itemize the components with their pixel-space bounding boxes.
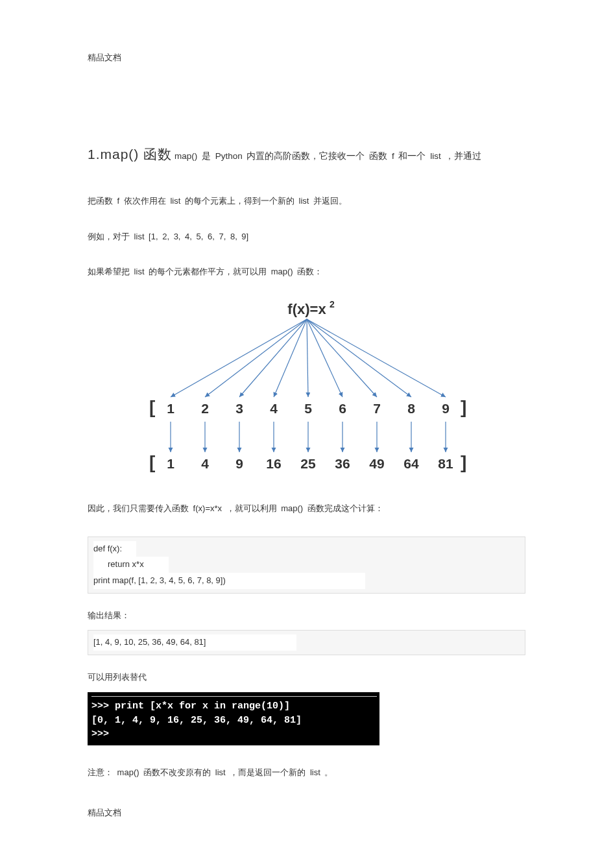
svg-line-8 [307, 319, 411, 397]
document-page: 精品文档 1.map() 函数 map() 是 Python 内置的高阶函数，它… [0, 0, 613, 868]
out-8: 64 [403, 456, 419, 471]
para-note: 注意： map() 函数不改变原有的 list ，而是返回一个新的 list 。 [88, 765, 525, 781]
para-therefore: 因此，我们只需要传入函数 f(x)=x*x ，就可以利用 map() 函数完成这… [88, 501, 525, 517]
in-1: 1 [167, 401, 174, 416]
out-3: 9 [235, 456, 243, 471]
code1-l3: print map(f, [1, 2, 3, 4, 5, 6, 7, 8, 9]… [93, 573, 365, 589]
svg-text:[: [ [149, 397, 155, 417]
in-2: 2 [201, 401, 209, 416]
svg-line-2 [205, 319, 307, 397]
out-4: 16 [266, 456, 281, 471]
svg-line-7 [307, 319, 377, 397]
in-9: 9 [442, 401, 450, 416]
term-l1: >>> print [x*x for x in range(10)] [91, 701, 290, 712]
para-listcomp: 可以用列表替代 [88, 669, 525, 686]
svg-line-1 [171, 319, 307, 397]
terminal-block: >>> print [x*x for x in range(10)] [0, 1… [88, 692, 379, 745]
out-2: 4 [201, 456, 209, 471]
out-1: 1 [167, 456, 174, 471]
in-5: 5 [304, 401, 312, 416]
code1-l1: def f(x): [93, 541, 136, 557]
code-block-1: def f(x): return x*x print map(f, [1, 2,… [88, 536, 525, 594]
in-6: 6 [339, 401, 346, 416]
code1-l2: return x*x [93, 557, 169, 573]
title-rest-text: map() 是 Python 内置的高阶函数，它接收一个 函数 f 和一个 li… [174, 151, 482, 161]
in-4: 4 [270, 401, 278, 416]
svg-line-4 [274, 319, 307, 397]
para-output: 输出结果： [88, 608, 525, 624]
para-square: 如果希望把 list 的每个元素都作平方，就可以用 map() 函数： [88, 264, 525, 280]
section-title-line: 1.map() 函数 map() 是 Python 内置的高阶函数，它接收一个 … [88, 141, 525, 167]
svg-line-6 [307, 319, 343, 397]
code-block-2: [1, 4, 9, 10, 25, 36, 49, 64, 81] [88, 630, 525, 655]
out-7: 49 [369, 456, 384, 471]
in-8: 8 [407, 401, 415, 416]
out-6: 36 [335, 456, 350, 471]
svg-line-3 [239, 319, 307, 397]
in-7: 7 [373, 401, 381, 416]
in-3: 3 [235, 401, 243, 416]
map-function-diagram: f(x)=x 2 [ 1 2 3 4 5 6 7 8 9 ] [135, 300, 479, 481]
section-title: 1.map() 函数 [88, 147, 172, 162]
formula-exp: 2 [330, 300, 335, 309]
svg-text:[: [ [149, 452, 155, 472]
out-5: 25 [300, 456, 316, 471]
page-footer-tag: 精品文档 [88, 807, 525, 819]
formula-base: f(x)=x [287, 301, 326, 317]
svg-line-9 [307, 319, 446, 397]
code2-l1: [1, 4, 9, 10, 25, 36, 49, 64, 81] [93, 634, 296, 651]
svg-text:f(x)=x: f(x)=x [287, 301, 326, 317]
out-9: 81 [438, 456, 453, 471]
para-continuation: 把函数 f 依次作用在 list 的每个元素上，得到一个新的 list 并返回。 [88, 193, 525, 210]
term-l3: >>> [91, 729, 109, 740]
para-example: 例如，对于 list [1, 2, 3, 4, 5, 6, 7, 8, 9] [88, 229, 525, 245]
term-l2: [0, 1, 4, 9, 16, 25, 36, 49, 64, 81] [91, 715, 302, 726]
svg-text:]: ] [461, 452, 466, 472]
svg-text:]: ] [461, 397, 466, 417]
svg-line-5 [307, 319, 308, 397]
page-header-tag: 精品文档 [88, 52, 525, 64]
